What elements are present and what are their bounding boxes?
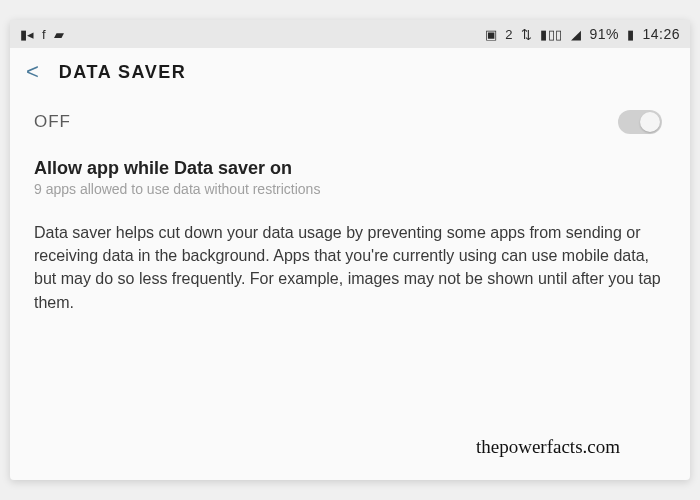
updown-icon: ⇅ [521,27,533,42]
back-button[interactable]: < [26,59,39,85]
battery-pct: 91% [589,26,619,42]
allow-apps-subtitle: 9 apps allowed to use data without restr… [34,181,666,197]
toggle-label: OFF [34,112,71,132]
page-title: DATA SAVER [59,62,186,83]
toggle-knob [640,112,660,132]
status-bar: ▮◂ f ▰ ▣ 2 ⇅ ▮▯▯ ◢ 91% ▮ 14:26 [10,20,690,48]
data-saver-toggle[interactable] [618,110,662,134]
signal-icon: ▮▯▯ [540,27,563,42]
allow-apps-row[interactable]: Allow app while Data saver on 9 apps all… [10,148,690,201]
description-text: Data saver helps cut down your data usag… [10,201,690,334]
phone-frame: ▮◂ f ▰ ▣ 2 ⇅ ▮▯▯ ◢ 91% ▮ 14:26 < DATA SA… [10,20,690,480]
header: < DATA SAVER [10,48,690,96]
battery-icon: ▮ [627,27,635,42]
clock: 14:26 [642,26,680,42]
status-right: ▣ 2 ⇅ ▮▯▯ ◢ 91% ▮ 14:26 [485,26,680,42]
status-left: ▮◂ f ▰ [20,27,64,42]
camera-icon: ▮◂ [20,27,34,42]
facebook-icon: f [42,27,46,42]
master-toggle-row: OFF [10,96,690,148]
signal2-icon: ◢ [571,27,582,42]
cast-icon: ▣ [485,27,498,42]
sim2-icon: 2 [505,27,513,42]
allow-apps-title: Allow app while Data saver on [34,158,666,179]
watermark-text: thepowerfacts.com [476,436,620,458]
messages-icon: ▰ [54,27,64,42]
